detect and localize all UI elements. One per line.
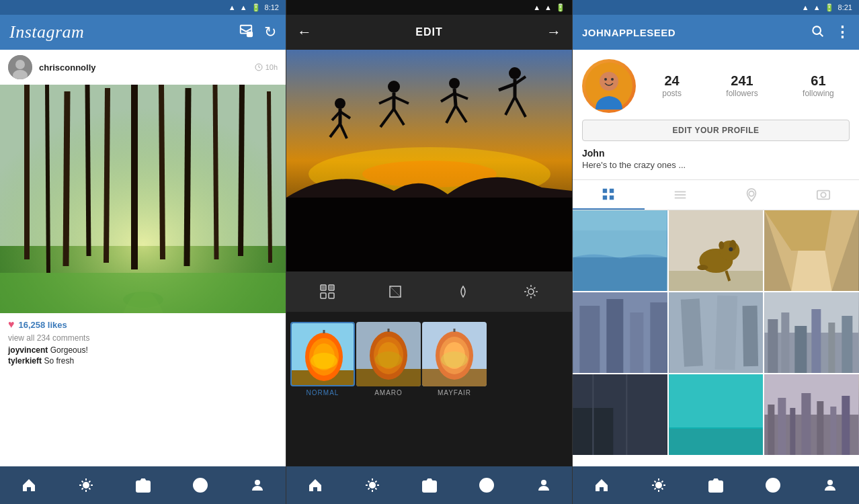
nav-explore-profile[interactable] xyxy=(644,470,673,500)
svg-rect-167 xyxy=(842,396,850,455)
profile-top-row: 24 posts 241 followers 61 following xyxy=(582,59,850,113)
svg-rect-146 xyxy=(768,319,778,373)
svg-line-63 xyxy=(390,286,401,297)
svg-rect-119 xyxy=(573,257,667,291)
nav-home-edit[interactable] xyxy=(300,470,330,500)
wifi-icon-profile: ▲ xyxy=(802,3,809,11)
back-arrow[interactable]: ← xyxy=(297,24,312,41)
svg-point-170 xyxy=(713,484,719,489)
profile-header: JOHNAPPLESEED ⋮ xyxy=(573,15,859,50)
grid-photo-8[interactable] xyxy=(669,374,764,455)
svg-rect-141 xyxy=(680,298,702,366)
following-label: following xyxy=(803,89,834,98)
grid-photo-3[interactable] xyxy=(764,210,859,291)
feed-likes[interactable]: ♥ 16,258 likes xyxy=(8,319,278,331)
grid-photo-6[interactable] xyxy=(764,292,859,373)
grid-photo-4[interactable] xyxy=(573,292,667,373)
edit-profile-button[interactable]: EDIT YOUR PROFILE xyxy=(582,120,850,141)
grid-photo-7[interactable] xyxy=(573,374,667,455)
svg-point-115 xyxy=(749,192,754,196)
grid-photo-5[interactable] xyxy=(669,292,764,373)
instagram-logo: Instagram xyxy=(9,22,84,42)
svg-point-173 xyxy=(827,480,833,485)
profile-title-username: JOHNAPPLESEED xyxy=(582,27,676,38)
nav-explore[interactable] xyxy=(71,470,101,500)
posts-count: 24 xyxy=(664,74,679,87)
svg-line-103 xyxy=(820,33,823,36)
edit-photo xyxy=(286,50,573,271)
comment-user-1[interactable]: joyvincent xyxy=(8,345,48,355)
profile-header-icons: ⋮ xyxy=(811,24,850,41)
svg-point-64 xyxy=(528,289,534,294)
nav-camera[interactable] xyxy=(128,470,158,500)
nav-profile-edit[interactable] xyxy=(529,470,559,500)
tab-grid[interactable] xyxy=(573,180,645,210)
profile-stats: 24 posts 241 followers 61 following xyxy=(647,74,850,98)
nav-home[interactable] xyxy=(14,470,44,500)
nav-explore-edit[interactable] xyxy=(358,470,387,500)
battery-icon: 🔋 xyxy=(251,3,261,12)
svg-point-117 xyxy=(821,192,825,197)
svg-point-106 xyxy=(604,78,607,81)
svg-rect-161 xyxy=(768,405,775,455)
battery-icon-edit: 🔋 xyxy=(556,3,565,12)
tool-saturation[interactable] xyxy=(455,284,471,300)
bottom-nav-feed xyxy=(0,466,286,504)
menu-icon-profile[interactable]: ⋮ xyxy=(835,24,850,41)
svg-point-79 xyxy=(311,353,337,369)
svg-rect-61 xyxy=(330,286,333,289)
nav-home-profile[interactable] xyxy=(587,470,616,500)
filter-mayfair[interactable]: MAYFAIR xyxy=(422,322,487,396)
nav-camera-edit[interactable] xyxy=(415,470,444,500)
grid-photo-1[interactable] xyxy=(573,210,667,291)
nav-camera-profile[interactable] xyxy=(701,470,731,500)
profile-bio: Here's to the crazy ones ... xyxy=(582,160,850,170)
feed-header-icons: ↻ xyxy=(239,24,276,42)
filter-normal-thumb xyxy=(290,322,355,386)
comments-link[interactable]: view all 234 comments xyxy=(8,333,278,343)
refresh-icon[interactable]: ↻ xyxy=(264,24,276,41)
post-username[interactable]: chrisconnolly xyxy=(39,62,96,73)
post-user[interactable]: chrisconnolly xyxy=(8,55,96,79)
filter-normal[interactable]: NORMAL xyxy=(290,322,355,396)
tab-location[interactable] xyxy=(716,180,788,210)
tab-list[interactable] xyxy=(645,180,717,210)
nav-profile[interactable] xyxy=(243,470,272,500)
grid-photo-9[interactable] xyxy=(764,374,859,455)
inbox-icon[interactable] xyxy=(239,24,253,42)
svg-marker-132 xyxy=(792,251,832,291)
stat-posts: 24 posts xyxy=(662,74,682,98)
post-image xyxy=(0,85,286,313)
svg-point-129 xyxy=(729,247,733,251)
svg-line-12 xyxy=(87,85,89,256)
forward-arrow[interactable]: → xyxy=(546,24,561,41)
profile-panel: ▲ ▲ 🔋 8:21 JOHNAPPLESEED ⋮ xyxy=(573,0,859,504)
svg-rect-147 xyxy=(782,312,790,373)
tool-frames[interactable] xyxy=(319,284,335,300)
svg-point-127 xyxy=(697,265,708,270)
stat-following: 61 following xyxy=(803,74,834,98)
wifi-icon-edit: ▲ xyxy=(533,3,540,11)
edit-panel: ▲ ▲ 🔋 ← EDIT → xyxy=(286,0,573,504)
nav-profile-profile[interactable] xyxy=(815,470,845,500)
filter-strip: NORMAL AMARO xyxy=(286,312,572,406)
tool-crop[interactable] xyxy=(387,284,403,300)
svg-point-102 xyxy=(813,26,821,34)
filter-amaro[interactable]: AMARO xyxy=(356,322,421,396)
svg-point-98 xyxy=(427,484,432,489)
nav-activity[interactable] xyxy=(186,470,215,500)
search-icon-profile[interactable] xyxy=(811,24,824,41)
status-time-profile: 8:21 xyxy=(838,3,852,11)
svg-rect-60 xyxy=(322,286,325,289)
filter-amaro-thumb xyxy=(356,322,421,386)
comment-user-2[interactable]: tylerkieft xyxy=(8,356,42,366)
svg-line-17 xyxy=(215,85,216,259)
nav-activity-profile[interactable] xyxy=(758,470,788,500)
svg-rect-151 xyxy=(842,316,853,373)
tab-tagged[interactable] xyxy=(788,180,860,210)
grid-photo-2[interactable] xyxy=(669,210,764,291)
svg-rect-87 xyxy=(356,322,421,386)
following-count: 61 xyxy=(811,74,825,87)
nav-activity-edit[interactable] xyxy=(472,470,501,500)
tool-brightness[interactable] xyxy=(523,284,539,300)
